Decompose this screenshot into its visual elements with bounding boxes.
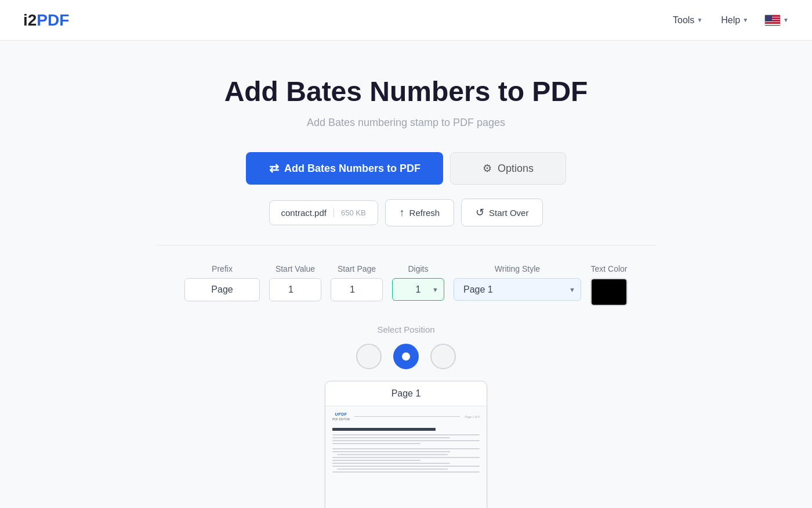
divider (157, 245, 655, 246)
start-value-col: Start Value (269, 264, 321, 306)
doc-logo-line2: PDF EDITOR (332, 417, 350, 421)
doc-line-11 (332, 466, 480, 467)
file-row: contract.pdf 650 KB ↑ Refresh ↺ Start Ov… (157, 199, 655, 226)
logo-i2: i2 (23, 11, 37, 30)
position-left[interactable] (356, 344, 382, 369)
text-color-label: Text Color (590, 264, 627, 273)
doc-logo: UPDF PDF EDITOR (332, 412, 350, 421)
language-selector[interactable]: ▼ (764, 15, 789, 26)
doc-line-8 (332, 457, 480, 458)
position-label: Select Position (157, 325, 655, 334)
doc-line-12 (337, 469, 448, 470)
restart-icon: ↺ (476, 206, 484, 219)
writing-style-label: Writing Style (495, 264, 540, 273)
chevron-down-icon: ▼ (697, 17, 702, 23)
start-page-label: Start Page (338, 264, 376, 273)
start-value-label: Start Value (276, 264, 315, 273)
digits-col: Digits 1 2 3 4 5 ▼ (392, 264, 444, 306)
file-name: contract.pdf (281, 208, 327, 218)
nav-help-label: Help (721, 15, 740, 26)
doc-line-6 (332, 451, 450, 452)
start-page-input[interactable] (331, 278, 383, 301)
chevron-down-icon: ▼ (742, 17, 748, 23)
doc-line-13 (332, 471, 480, 473)
doc-line-9 (332, 460, 420, 461)
action-row: ⇅ Add Bates Numbers to PDF ⚙ Options (157, 152, 655, 185)
doc-page-num: Page 1 of 5 (465, 415, 480, 419)
main-content: Add Bates Numbers to PDF Add Bates numbe… (145, 41, 667, 508)
doc-logo-line1: UPDF (332, 412, 350, 416)
doc-line-1 (332, 434, 480, 435)
position-radios (157, 344, 655, 369)
nav-tools-label: Tools (673, 15, 694, 26)
position-center[interactable] (393, 344, 419, 369)
nav: Tools ▼ Help ▼ ▼ (670, 10, 789, 30)
options-button[interactable]: ⚙ Options (450, 152, 566, 185)
page-preview-image: UPDF PDF EDITOR Page 1 of 5 (325, 406, 487, 508)
doc-line-3 (332, 440, 480, 441)
flag-icon (764, 15, 781, 26)
refresh-button[interactable]: ↑ Refresh (385, 199, 455, 226)
add-bates-numbers-button[interactable]: ⇅ Add Bates Numbers to PDF (246, 152, 443, 185)
page-title: Add Bates Numbers to PDF (157, 75, 655, 107)
add-bates-label: Add Bates Numbers to PDF (284, 163, 420, 175)
file-chip: contract.pdf 650 KB (269, 200, 378, 225)
doc-divider (354, 416, 460, 417)
page-subtitle: Add Bates numbering stamp to PDF pages (157, 117, 655, 129)
doc-line-5 (332, 448, 480, 449)
start-page-col: Start Page (331, 264, 383, 306)
options-label: Options (498, 163, 534, 175)
digits-select[interactable]: 1 2 3 4 5 (392, 278, 444, 301)
doc-line-4 (332, 443, 420, 444)
start-over-button[interactable]: ↺ Start Over (461, 199, 543, 226)
doc-header: UPDF PDF EDITOR Page 1 of 5 (332, 412, 480, 421)
doc-line-2 (332, 437, 450, 438)
nav-help[interactable]: Help ▼ (719, 10, 751, 30)
position-section: Select Position Page 1 UPDF PDF EDITOR (157, 325, 655, 508)
nav-tools[interactable]: Tools ▼ (670, 10, 705, 30)
writing-style-select-wrapper: Page 1 Page 1 of N 1 1 of N ▼ (454, 278, 581, 301)
chevron-down-icon: ▼ (783, 17, 789, 23)
sort-icon: ⇅ (266, 164, 280, 174)
prefix-input[interactable] (184, 278, 260, 301)
doc-title-line (332, 428, 436, 431)
preview-page-label: Page 1 (325, 381, 487, 406)
position-right[interactable] (430, 344, 456, 369)
color-swatch[interactable] (590, 278, 628, 306)
doc-line-10 (332, 463, 450, 464)
digits-label: Digits (408, 264, 428, 273)
logo-pdf: PDF (37, 11, 69, 30)
prefix-col: Prefix (184, 264, 260, 306)
refresh-label: Refresh (409, 208, 440, 218)
page-preview-card: Page 1 UPDF PDF EDITOR Page 1 of 5 (325, 381, 487, 508)
page-preview-container: Page 1 UPDF PDF EDITOR Page 1 of 5 (157, 381, 655, 508)
gear-icon: ⚙ (483, 162, 492, 175)
digits-select-wrapper: 1 2 3 4 5 ▼ (392, 278, 444, 301)
logo[interactable]: i2PDF (23, 11, 69, 30)
start-value-input[interactable] (269, 278, 321, 301)
start-over-label: Start Over (489, 208, 528, 218)
text-color-col: Text Color (590, 264, 628, 306)
writing-style-col: Writing Style Page 1 Page 1 of N 1 1 of … (454, 264, 581, 306)
settings-grid: Prefix Start Value Start Page Digits 1 2… (157, 264, 655, 306)
writing-style-select[interactable]: Page 1 Page 1 of N 1 1 of N (454, 278, 581, 301)
prefix-label: Prefix (212, 264, 233, 273)
refresh-icon: ↑ (400, 207, 405, 219)
header: i2PDF Tools ▼ Help ▼ ▼ (0, 0, 812, 41)
doc-line-7 (337, 454, 448, 455)
file-size: 650 KB (334, 208, 366, 217)
